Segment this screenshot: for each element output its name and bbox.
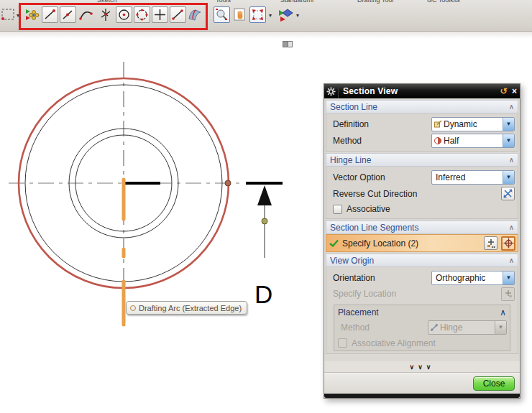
orientation-label: Orientation xyxy=(329,273,431,283)
method-label: Method xyxy=(329,136,431,146)
placement-header[interactable]: Placement ∧ xyxy=(334,305,510,319)
associative-checkbox[interactable] xyxy=(333,205,342,214)
collapse-chevron-icon[interactable]: ∧ xyxy=(509,256,514,264)
definition-dropdown[interactable]: Dynamic ▼ xyxy=(431,117,515,131)
point-dialog-button[interactable] xyxy=(484,236,497,250)
specify-location-target-button[interactable] xyxy=(501,236,515,251)
dialog-title: Section View xyxy=(339,86,498,96)
reverse-cut-direction-label: Reverse Cut Direction xyxy=(329,189,501,199)
dropdown-arrow-icon[interactable]: ▼ xyxy=(503,118,514,131)
vector-option-value: Inferred xyxy=(432,172,503,182)
hinge-line-header-label: Hinge Line xyxy=(330,155,371,165)
method-value: Half xyxy=(444,136,503,146)
hinge-line-header[interactable]: Hinge Line ∧ xyxy=(326,153,518,167)
collapse-chevron-icon[interactable]: ∧ xyxy=(509,103,514,111)
tooltip-text: Drafting Arc (Extracted Edge) xyxy=(139,304,242,312)
arc-ring-icon xyxy=(130,305,136,311)
view-origin-header[interactable]: View Origin ∧ xyxy=(326,254,518,267)
view-origin-header-label: View Origin xyxy=(330,256,374,266)
section-line-header[interactable]: Section Line ∧ xyxy=(326,100,518,113)
associative-alignment-label: Associative Alignment xyxy=(352,338,436,348)
associative-alignment-checkbox xyxy=(338,338,347,348)
close-button[interactable]: Close xyxy=(473,376,515,391)
section-line-segments-header-label: Section Line Segments xyxy=(330,223,418,233)
section-line-header-label: Section Line xyxy=(330,102,377,112)
definition-label: Definition xyxy=(329,119,431,129)
gear-icon[interactable] xyxy=(324,84,339,98)
method-dropdown[interactable]: Half ▼ xyxy=(431,134,515,148)
associative-label: Associative xyxy=(347,204,390,214)
section-view-letter: D xyxy=(254,282,272,307)
specify-location-disabled-button xyxy=(501,287,515,301)
specify-location-row[interactable]: Specify Location (2) xyxy=(326,234,518,252)
placement-method-dropdown: Hinge ▼ xyxy=(428,320,507,335)
orientation-value: Orthographic xyxy=(432,273,503,283)
view-origin-body: Orientation Orthographic ▼ Specify Locat… xyxy=(326,267,518,354)
dropdown-arrow-icon[interactable]: ▼ xyxy=(503,171,514,184)
dropdown-arrow-icon[interactable]: ▼ xyxy=(503,272,514,284)
vector-option-label: Vector Option xyxy=(329,172,431,182)
specify-location-label: Specify Location (2) xyxy=(342,238,480,249)
dynamic-icon xyxy=(432,120,444,129)
section-view-dialog: Section View ↺ × Section Line ∧ Definiti… xyxy=(324,83,520,399)
reverse-direction-button[interactable] xyxy=(501,187,515,200)
dialog-bottom-edge xyxy=(324,394,520,398)
close-icon[interactable]: × xyxy=(509,86,520,96)
placement-method-value: Hinge xyxy=(440,322,495,333)
section-line-body: Definition Dynamic ▼ Method Half ▼ xyxy=(326,113,518,152)
hinge-icon xyxy=(428,323,440,332)
circle-handle-dot[interactable] xyxy=(225,180,231,186)
show-more-chevrons[interactable]: ∨∨∨ xyxy=(324,361,520,373)
collapse-chevron-icon[interactable]: ∧ xyxy=(509,156,514,164)
placement-method-label: Method xyxy=(337,322,428,333)
dropdown-arrow-icon[interactable]: ▼ xyxy=(503,134,514,147)
arrow-handle-dot[interactable] xyxy=(262,218,267,224)
definition-value: Dynamic xyxy=(444,119,503,129)
dialog-footer: Close xyxy=(324,373,520,394)
reset-icon[interactable]: ↺ xyxy=(498,86,509,96)
check-icon xyxy=(329,239,339,247)
vector-option-dropdown[interactable]: Inferred ▼ xyxy=(431,170,515,185)
section-line-segments-header[interactable]: Section Line Segments ∧ xyxy=(326,221,518,234)
orientation-dropdown[interactable]: Orthographic ▼ xyxy=(431,271,515,285)
specify-location-disabled-label: Specify Location xyxy=(329,289,501,299)
dialog-titlebar[interactable]: Section View ↺ × xyxy=(324,84,520,98)
dropdown-arrow-icon: ▼ xyxy=(495,321,506,334)
collapse-chevron-icon[interactable]: ∧ xyxy=(500,307,506,317)
collapse-chevron-icon[interactable]: ∧ xyxy=(509,223,514,231)
hinge-line-body: Vector Option Inferred ▼ Reverse Cut Dir… xyxy=(326,167,518,219)
placement-group: Placement ∧ Method Hinge ▼ Associative A… xyxy=(334,305,510,351)
cursor-tooltip: Drafting Arc (Extracted Edge) xyxy=(126,301,247,315)
half-icon xyxy=(432,136,444,145)
placement-header-label: Placement xyxy=(338,307,379,317)
